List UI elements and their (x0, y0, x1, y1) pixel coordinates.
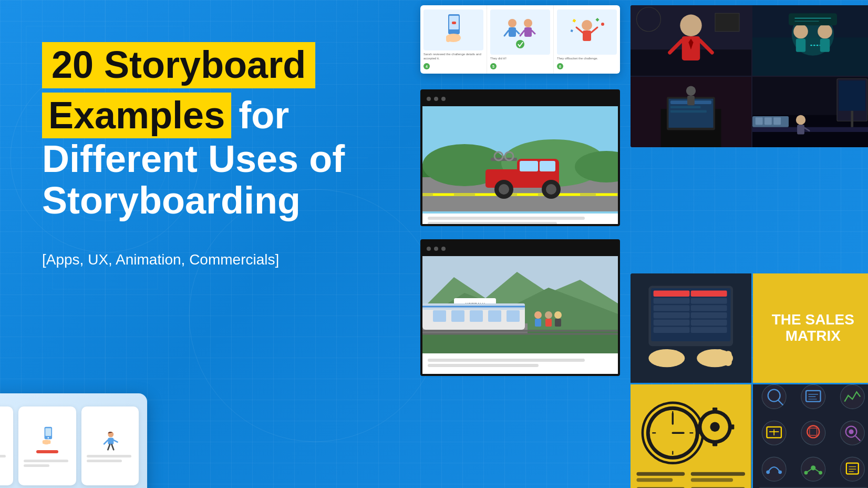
header-dot (441, 97, 446, 101)
svg-rect-83 (752, 127, 868, 132)
mockup-line (87, 460, 122, 462)
svg-rect-32 (446, 35, 450, 42)
svg-rect-164 (725, 351, 732, 366)
tablet-ui-cell (631, 273, 751, 383)
app-storyboard-strip: Sarah reviewed the challenge details and… (420, 5, 620, 74)
dark-scene-2 (752, 5, 868, 76)
svg-point-87 (796, 115, 805, 125)
svg-rect-30 (452, 22, 456, 24)
strip-badge-1: 4 (423, 63, 483, 69)
svg-rect-179 (712, 441, 717, 446)
mockup-frame-1 (0, 406, 13, 485)
red-button-mockup (36, 450, 58, 453)
strip-illustration-1 (432, 12, 474, 48)
svg-rect-109 (540, 161, 555, 171)
svg-line-47 (591, 27, 597, 33)
svg-rect-130 (470, 310, 483, 322)
sales-matrix-title: THE SALES MATRIX (763, 312, 863, 344)
title-text-3: for (239, 96, 289, 136)
svg-rect-154 (691, 320, 727, 326)
strip-illustration-2 (499, 14, 541, 50)
dark-scene-1 (631, 5, 751, 76)
tablet-ui-svg (631, 273, 751, 383)
strip-frame-2: They did it!! 5 (487, 5, 554, 74)
svg-point-17 (47, 437, 49, 439)
svg-rect-91 (756, 117, 763, 125)
svg-rect-155 (654, 327, 690, 332)
svg-point-138 (554, 311, 562, 319)
strip-illustration-3 (566, 14, 608, 50)
strip-frame-3: They offbucket the challenge. 6 (554, 5, 620, 74)
svg-rect-20 (45, 440, 48, 444)
svg-point-43 (516, 40, 524, 48)
dark-cell-3 (631, 77, 751, 147)
svg-point-39 (524, 19, 532, 27)
car-scene-svg (422, 106, 618, 211)
bot-right-grid: THE SALES MATRIX (631, 273, 868, 488)
header-dot (434, 247, 438, 251)
mockup-lines-2 (24, 460, 70, 467)
header-dot (427, 247, 431, 251)
svg-point-211 (766, 470, 770, 474)
title-text-1: 20 Storyboard (51, 44, 306, 86)
mockup-line (24, 464, 49, 467)
svg-rect-129 (451, 310, 464, 322)
infographic-cell-1 (631, 384, 751, 489)
title-block: 20 Storyboard Examples for Different Use… (42, 42, 368, 222)
right-panels: Sarah reviewed the challenge details and… (399, 0, 868, 488)
svg-point-111 (499, 184, 509, 195)
svg-rect-21 (48, 440, 51, 444)
svg-point-210 (762, 457, 786, 481)
content-area: 20 Storyboard Examples for Different Use… (0, 0, 868, 488)
header-dot (434, 97, 438, 101)
mockup-line (87, 455, 131, 458)
svg-line-38 (516, 30, 519, 34)
mockup-lines-3 (87, 455, 133, 462)
header-dot (427, 97, 431, 101)
train-caption (422, 355, 618, 376)
svg-point-66 (818, 24, 832, 39)
svg-rect-51 (571, 29, 573, 32)
svg-rect-93 (773, 117, 781, 125)
svg-point-177 (710, 422, 719, 431)
caption-line (428, 222, 557, 225)
infographic-svg-1 (631, 384, 751, 489)
svg-rect-33 (451, 34, 455, 41)
caption-line (428, 217, 585, 220)
svg-rect-159 (655, 351, 662, 366)
svg-point-79 (686, 86, 696, 96)
strip-frame-img-3 (557, 9, 617, 55)
title-text-5: Storyboarding (42, 180, 368, 221)
svg-rect-101 (559, 194, 580, 196)
strip-frame-img-1 (423, 9, 483, 50)
strip-frame-img-2 (490, 9, 550, 55)
left-panel: 20 Storyboard Examples for Different Use… (0, 0, 399, 488)
car-storyboard-panel (420, 89, 620, 226)
dark-scene-3 (631, 77, 751, 147)
svg-rect-163 (716, 349, 724, 366)
mockup-icon-2 (37, 425, 58, 446)
strip-frame-1: Sarah reviewed the challenge details and… (420, 5, 487, 74)
phone-hand-icon (37, 424, 58, 447)
app-mockup-panel (0, 393, 147, 488)
title-line2: Examples for (42, 93, 368, 139)
title-highlight-2: Examples (42, 93, 231, 139)
svg-rect-67 (820, 39, 830, 52)
svg-rect-151 (654, 312, 690, 318)
car-caption (422, 214, 618, 226)
svg-point-212 (778, 470, 782, 474)
svg-rect-184 (636, 478, 673, 482)
sales-matrix-cell: THE SALES MATRIX (753, 273, 869, 383)
svg-point-64 (793, 24, 808, 39)
strip-badge-2: 5 (490, 63, 550, 69)
svg-rect-36 (509, 27, 516, 37)
svg-rect-49 (595, 18, 599, 22)
svg-point-35 (508, 19, 516, 27)
svg-rect-40 (524, 27, 532, 37)
car-scene-container (422, 106, 618, 214)
svg-rect-98 (433, 194, 454, 196)
svg-rect-34 (456, 34, 460, 41)
svg-rect-108 (520, 161, 538, 171)
svg-rect-48 (573, 19, 576, 23)
title-text-4: Different Uses of (42, 138, 368, 180)
